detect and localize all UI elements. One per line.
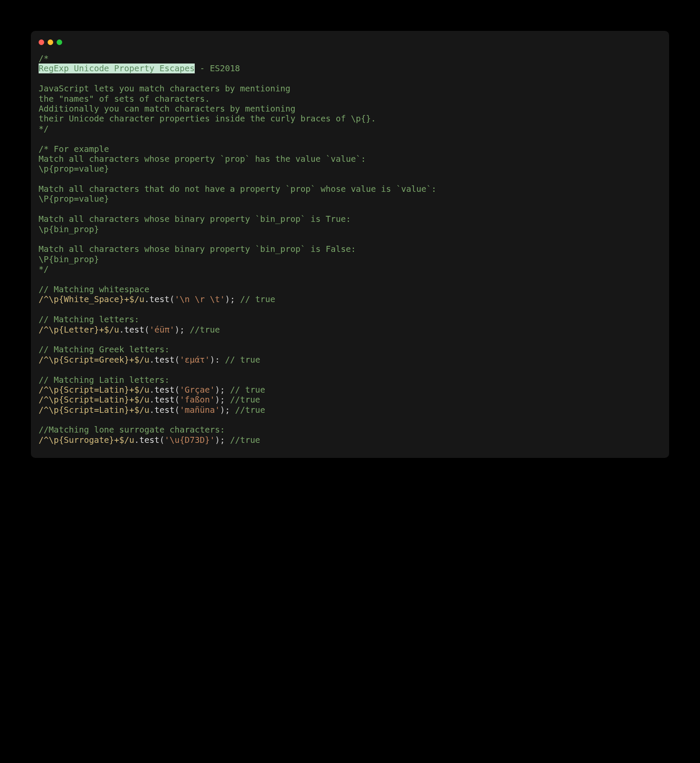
- paren: (: [175, 385, 180, 395]
- string-literal: 'εμάτ': [180, 355, 210, 365]
- comment-line: Match all characters whose binary proper…: [39, 244, 356, 254]
- method-name: test: [149, 294, 169, 304]
- string-literal: 'éüπ': [149, 325, 175, 335]
- dot-operator: .: [149, 395, 154, 405]
- regex-literal: /^\p{White_Space}+$/u: [39, 294, 145, 304]
- comment-line: Match all characters whose binary proper…: [39, 214, 351, 224]
- minimize-icon[interactable]: [48, 39, 53, 45]
- dot-operator: .: [145, 294, 150, 304]
- code-window: /* RegExp Unicode Property Escapes - ES2…: [31, 31, 669, 458]
- comment-line: /*: [39, 54, 48, 64]
- regex-literal: /^\p{Script=Greek}+$/u: [39, 355, 149, 365]
- paren: );: [215, 395, 230, 405]
- method-name: test: [139, 435, 160, 445]
- string-literal: 'faßon': [180, 395, 215, 405]
- comment-line: /* For example: [39, 144, 109, 154]
- paren: );: [175, 325, 190, 335]
- maximize-icon[interactable]: [57, 39, 62, 45]
- dot-operator: .: [119, 325, 124, 335]
- comment-inline: // true: [225, 355, 260, 365]
- paren: (: [175, 355, 180, 365]
- paren: (: [169, 294, 175, 304]
- comment-line: // Matching letters:: [39, 315, 139, 324]
- paren: );: [215, 435, 230, 445]
- regex-literal: /^\p{Surrogate}+$/u: [39, 435, 134, 445]
- dot-operator: .: [149, 405, 154, 415]
- dot-operator: .: [134, 435, 139, 445]
- comment-line: \p{bin_prop}: [39, 224, 99, 234]
- close-icon[interactable]: [39, 39, 44, 45]
- dot-operator: .: [149, 385, 154, 395]
- comment-line: // Matching Greek letters:: [39, 345, 169, 354]
- comment-line: // Matching whitespace: [39, 285, 149, 294]
- comment-line: Match all characters whose property `pro…: [39, 154, 366, 164]
- comment-line: Additionally you can match characters by…: [39, 104, 296, 114]
- highlighted-text: RegExp Unicode Property Escapes: [39, 64, 195, 73]
- comment-line: \P{prop=value}: [39, 194, 109, 204]
- paren: ):: [210, 355, 225, 365]
- comment-line: - ES2018: [195, 64, 240, 73]
- paren: );: [225, 294, 240, 304]
- comment-inline: //true: [230, 435, 260, 445]
- comment-inline: //true: [235, 405, 265, 415]
- regex-literal: /^\p{Script=Latin}+$/u: [39, 395, 149, 405]
- comment-line: \P{bin_prop}: [39, 254, 99, 264]
- paren: );: [215, 385, 230, 395]
- method-name: test: [154, 355, 175, 365]
- method-name: test: [154, 405, 175, 415]
- method-name: test: [124, 325, 145, 335]
- paren: (: [175, 405, 180, 415]
- comment-line: JavaScript lets you match characters by …: [39, 84, 290, 94]
- code-block: /* RegExp Unicode Property Escapes - ES2…: [39, 54, 661, 445]
- comment-line: */: [39, 264, 48, 274]
- paren: (: [160, 435, 165, 445]
- comment-line: //Matching lone surrogate characters:: [39, 425, 225, 435]
- window-titlebar: [39, 39, 661, 54]
- dot-operator: .: [149, 355, 154, 365]
- regex-literal: /^\p{Script=Latin}+$/u: [39, 385, 149, 395]
- regex-literal: /^\p{Script=Latin}+$/u: [39, 405, 149, 415]
- paren: (: [145, 325, 150, 335]
- string-literal: 'Grçae': [180, 385, 215, 395]
- comment-line: the "names" of sets of characters.: [39, 94, 210, 104]
- comment-line: */: [39, 124, 48, 134]
- comment-line: // Matching Latin letters:: [39, 375, 169, 385]
- method-name: test: [154, 385, 175, 395]
- comment-line: \p{prop=value}: [39, 164, 109, 174]
- comment-inline: //true: [190, 325, 220, 335]
- string-literal: 'mañüna': [180, 405, 220, 415]
- string-literal: '\u{D73D}': [165, 435, 215, 445]
- comment-inline: //true: [230, 395, 260, 405]
- comment-line: their Unicode character properties insid…: [39, 114, 376, 124]
- paren: (: [175, 395, 180, 405]
- comment-inline: // true: [230, 385, 265, 395]
- comment-line: Match all characters that do not have a …: [39, 184, 436, 194]
- method-name: test: [154, 395, 175, 405]
- comment-inline: // true: [240, 294, 275, 304]
- paren: );: [220, 405, 235, 415]
- string-literal: '\n \r \t': [175, 294, 225, 304]
- regex-literal: /^\p{Letter}+$/u: [39, 325, 119, 335]
